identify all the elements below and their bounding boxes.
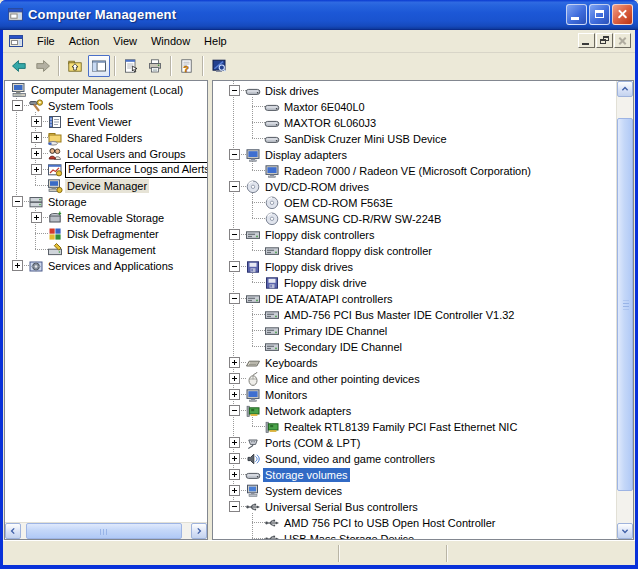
- tree-item-label[interactable]: Maxtor 6E040L0: [282, 100, 367, 114]
- tree-item-label[interactable]: Secondary IDE Channel: [282, 340, 404, 354]
- expand-toggle-expanded[interactable]: [229, 149, 240, 160]
- tree-item-label[interactable]: Shared Folders: [65, 131, 144, 145]
- tree-item-label[interactable]: AMD-756 PCI Bus Master IDE Controller V1…: [282, 308, 516, 322]
- tree-item[interactable]: MAXTOR 6L060J3: [213, 115, 616, 131]
- tree-item-label[interactable]: Primary IDE Channel: [282, 324, 389, 338]
- expand-toggle-expanded[interactable]: [229, 85, 240, 96]
- tree-item-label[interactable]: MAXTOR 6L060J3: [282, 116, 378, 130]
- tree-item-label[interactable]: Computer Management (Local): [29, 83, 185, 97]
- tree-item[interactable]: IDE ATA/ATAPI controllers: [213, 291, 616, 307]
- tree-item[interactable]: Local Users and Groups: [5, 146, 207, 162]
- tree-item[interactable]: Device Manager: [5, 178, 207, 194]
- tree-item[interactable]: Disk Defragmenter: [5, 226, 207, 242]
- menu-item-view[interactable]: View: [106, 32, 144, 51]
- vertical-scroll-thumb[interactable]: [617, 118, 633, 491]
- tree-item[interactable]: Monitors: [213, 387, 616, 403]
- tree-item-label[interactable]: IDE ATA/ATAPI controllers: [263, 292, 395, 306]
- scroll-up-button[interactable]: [617, 81, 633, 97]
- tree-item[interactable]: AMD-756 PCI Bus Master IDE Controller V1…: [213, 307, 616, 323]
- tree-item-label[interactable]: Disk drives: [263, 84, 321, 98]
- expand-toggle-expanded[interactable]: [229, 405, 240, 416]
- close-button[interactable]: [612, 4, 633, 25]
- tree-item[interactable]: Floppy disk controllers: [213, 227, 616, 243]
- expand-toggle-expanded[interactable]: [12, 100, 23, 111]
- tree-item[interactable]: System devices: [213, 483, 616, 499]
- tree-item-label[interactable]: SanDisk Cruzer Mini USB Device: [282, 132, 449, 146]
- tree-item-label[interactable]: Floppy disk drive: [282, 276, 369, 290]
- properties-button[interactable]: [120, 55, 142, 77]
- tree-item[interactable]: USB Mass Storage Device: [213, 531, 616, 539]
- expand-toggle-expanded[interactable]: [229, 261, 240, 272]
- scroll-right-button[interactable]: [191, 523, 207, 539]
- tree-item[interactable]: Ports (COM & LPT): [213, 435, 616, 451]
- tree-item-label[interactable]: Device Manager: [65, 179, 149, 193]
- expand-toggle-expanded[interactable]: [229, 229, 240, 240]
- tree-item[interactable]: Primary IDE Channel: [213, 323, 616, 339]
- expand-toggle-collapsed[interactable]: [229, 357, 240, 368]
- right-pane-vertical-scrollbar[interactable]: [616, 81, 633, 539]
- maximize-button[interactable]: [589, 4, 610, 25]
- tree-item-label[interactable]: Services and Applications: [46, 259, 175, 273]
- tree-item[interactable]: Mice and other pointing devices: [213, 371, 616, 387]
- expand-toggle-expanded[interactable]: [229, 501, 240, 512]
- expand-toggle-expanded[interactable]: [229, 181, 240, 192]
- tree-item-label[interactable]: Ports (COM & LPT): [263, 436, 362, 450]
- tree-item-label[interactable]: Sound, video and game controllers: [263, 452, 437, 466]
- tree-item[interactable]: OEM CD-ROM F563E: [213, 195, 616, 211]
- tree-item[interactable]: SanDisk Cruzer Mini USB Device: [213, 131, 616, 147]
- help-button[interactable]: [176, 55, 198, 77]
- tree-item[interactable]: Standard floppy disk controller: [213, 243, 616, 259]
- tree-item[interactable]: Sound, video and game controllers: [213, 451, 616, 467]
- tree-item-label[interactable]: Storage volumes: [263, 468, 350, 482]
- up-one-level-button[interactable]: [64, 55, 86, 77]
- tree-item-label[interactable]: Realtek RTL8139 Family PCI Fast Ethernet…: [282, 420, 519, 434]
- console-window-icon[interactable]: [8, 33, 24, 49]
- tree-item[interactable]: Network adapters: [213, 403, 616, 419]
- tree-item-label[interactable]: Performance Logs and Alerts: [65, 162, 207, 178]
- tree-item[interactable]: Storage volumes: [213, 467, 616, 483]
- tree-item-label[interactable]: Local Users and Groups: [65, 147, 188, 161]
- tree-item[interactable]: Secondary IDE Channel: [213, 339, 616, 355]
- tree-item[interactable]: AMD 756 PCI to USB Open Host Controller: [213, 515, 616, 531]
- tree-item-label[interactable]: Event Viewer: [65, 115, 134, 129]
- tree-item-label[interactable]: Removable Storage: [65, 211, 166, 225]
- tree-item-label[interactable]: Radeon 7000 / Radeon VE (Microsoft Corpo…: [282, 164, 533, 178]
- expand-toggle-collapsed[interactable]: [229, 453, 240, 464]
- scroll-left-button[interactable]: [5, 523, 21, 539]
- back-button[interactable]: [8, 55, 30, 77]
- tree-item[interactable]: Universal Serial Bus controllers: [213, 499, 616, 515]
- tree-item[interactable]: Event Viewer: [5, 114, 207, 130]
- left-pane-horizontal-scrollbar[interactable]: [5, 522, 207, 539]
- device-manager-snapin-button[interactable]: [208, 55, 230, 77]
- minimize-button[interactable]: [566, 4, 587, 25]
- tree-item-label[interactable]: System Tools: [46, 99, 115, 113]
- menu-item-help[interactable]: Help: [197, 32, 234, 51]
- tree-item-label[interactable]: Disk Management: [65, 243, 158, 257]
- tree-item[interactable]: SAMSUNG CD-R/RW SW-224B: [213, 211, 616, 227]
- tree-item-label[interactable]: System devices: [263, 484, 344, 498]
- expand-toggle-collapsed[interactable]: [12, 260, 23, 271]
- child-close-button[interactable]: [614, 33, 631, 48]
- expand-toggle-collapsed[interactable]: [31, 148, 42, 159]
- expand-toggle-collapsed[interactable]: [31, 116, 42, 127]
- tree-item-label[interactable]: Floppy disk drives: [263, 260, 355, 274]
- child-restore-button[interactable]: [596, 33, 613, 48]
- child-minimize-button[interactable]: [578, 33, 595, 48]
- tree-item[interactable]: Display adapters: [213, 147, 616, 163]
- tree-item-label[interactable]: Network adapters: [263, 404, 353, 418]
- tree-item-label[interactable]: Keyboards: [263, 356, 320, 370]
- tree-item[interactable]: System Tools: [5, 98, 207, 114]
- expand-toggle-collapsed[interactable]: [229, 373, 240, 384]
- tree-item[interactable]: DVD/CD-ROM drives: [213, 179, 616, 195]
- tree-item-label[interactable]: Floppy disk controllers: [263, 228, 376, 242]
- tree-item[interactable]: Performance Logs and Alerts: [5, 162, 207, 178]
- tree-item[interactable]: Floppy disk drives: [213, 259, 616, 275]
- tree-item-label[interactable]: Mice and other pointing devices: [263, 372, 422, 386]
- tree-item[interactable]: Storage: [5, 194, 207, 210]
- tree-item[interactable]: Maxtor 6E040L0: [213, 99, 616, 115]
- expand-toggle-expanded[interactable]: [229, 293, 240, 304]
- forward-button[interactable]: [32, 55, 54, 77]
- expand-toggle-collapsed[interactable]: [31, 212, 42, 223]
- scroll-down-button[interactable]: [617, 523, 633, 539]
- tree-item-label[interactable]: Standard floppy disk controller: [282, 244, 434, 258]
